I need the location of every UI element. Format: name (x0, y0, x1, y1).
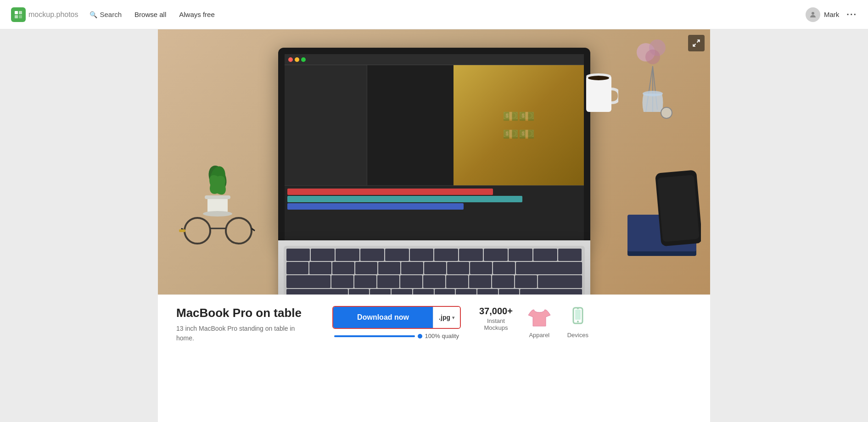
svg-point-4 (812, 12, 814, 15)
stat-devices[interactable]: Devices (566, 306, 590, 339)
scene-background: 💵💵💵💵 (158, 29, 710, 294)
key (309, 262, 331, 274)
screen-content: 💵💵💵💵 (285, 54, 584, 240)
key (332, 262, 354, 274)
svg-rect-40 (577, 308, 579, 309)
sidebar-right (710, 29, 868, 422)
download-now-button[interactable]: Download now (333, 307, 433, 328)
key (515, 275, 537, 288)
key-caps (286, 289, 348, 294)
key-tab (286, 275, 330, 288)
key (311, 249, 335, 261)
more-menu-button[interactable]: ··· (846, 9, 857, 20)
key (492, 275, 514, 288)
always-free-link[interactable]: Always free (174, 7, 220, 22)
chevron-down-icon: ▾ (452, 315, 454, 320)
phone-decoration (627, 164, 701, 267)
quality-dot (418, 334, 422, 339)
center-area: 💵💵💵💵 (158, 29, 710, 422)
navbar: mockup.photos 🔍 Search Browse all Always… (0, 0, 868, 29)
search-label: Search (100, 11, 122, 18)
stat-apparel[interactable]: Apparel (527, 306, 551, 339)
mockup-title: MacBook Pro on table (176, 306, 314, 320)
key (459, 249, 483, 261)
screen-timeline (285, 185, 584, 240)
key-row-1 (286, 249, 582, 261)
key (446, 275, 468, 288)
svg-point-20 (588, 76, 609, 80)
key (377, 275, 399, 288)
svg-point-39 (577, 321, 579, 322)
key (355, 262, 377, 274)
key (558, 249, 582, 261)
key (499, 289, 520, 294)
devices-label: Devices (566, 332, 590, 339)
screen-inner: 💵💵💵💵 (285, 54, 584, 240)
key-row-4 (286, 289, 582, 294)
avatar (806, 7, 820, 22)
user-menu[interactable]: Mark (806, 7, 839, 22)
logo-icon (11, 7, 26, 22)
plant-decoration (195, 160, 241, 221)
svg-rect-3 (19, 15, 22, 18)
quality-label: 100% quality (425, 333, 459, 339)
mockup-description: 13 inch MacBook Pro standing on table in… (176, 324, 314, 343)
apparel-icon (527, 306, 551, 330)
key (435, 289, 455, 294)
logo[interactable]: mockup.photos (11, 7, 78, 22)
quality-indicator: 100% quality (332, 333, 461, 339)
traffic-light-green (301, 57, 306, 62)
user-name: Mark (824, 11, 839, 18)
key (447, 262, 469, 274)
keys-area (284, 246, 585, 294)
key (400, 275, 422, 288)
browse-all-link[interactable]: Browse all (129, 7, 172, 22)
screen-toolbar (285, 54, 584, 65)
search-icon: 🔍 (90, 11, 97, 18)
screen-sidebar (285, 65, 367, 185)
key (424, 262, 446, 274)
svg-rect-10 (205, 195, 230, 199)
track-blue (287, 203, 464, 210)
key (349, 289, 370, 294)
key-row-3 (286, 275, 582, 288)
expand-button[interactable] (688, 35, 705, 51)
brand-name: mockup.photos (28, 11, 78, 19)
key (493, 262, 515, 274)
svg-point-28 (661, 107, 672, 118)
mockup-image-container: 💵💵💵💵 (158, 29, 710, 294)
money-preview: 💵💵💵💵 (454, 65, 583, 185)
svg-rect-38 (575, 310, 581, 320)
key (286, 249, 310, 261)
track-teal (287, 196, 522, 202)
key (509, 249, 532, 261)
svg-point-27 (643, 91, 663, 96)
svg-rect-0 (15, 11, 18, 14)
main-content: 💵💵💵💵 (0, 29, 868, 422)
download-button-group: Download now .jpg ▾ (332, 306, 461, 329)
mockup-label: InstantMockups (479, 317, 513, 331)
key (370, 289, 391, 294)
key-row-2 (286, 262, 582, 274)
search-button[interactable]: 🔍 Search (86, 9, 126, 20)
laptop-mockup: 💵💵💵💵 (278, 48, 590, 294)
quality-fill (334, 335, 415, 337)
info-title-section: MacBook Pro on table 13 inch MacBook Pro… (176, 306, 314, 343)
key (470, 262, 492, 274)
stats-section: 37,000+ InstantMockups Apparel (479, 306, 590, 339)
key (286, 262, 308, 274)
sidebar-left (0, 29, 158, 422)
track-red (287, 189, 493, 195)
mockup-count: 37,000+ (479, 306, 513, 316)
traffic-light-yellow (295, 57, 299, 62)
key (336, 249, 359, 261)
apparel-label: Apparel (527, 332, 551, 339)
format-selector-button[interactable]: .jpg ▾ (433, 307, 460, 328)
screen-main: 💵💵💵💵 (285, 65, 584, 185)
key (413, 289, 434, 294)
laptop-keyboard (278, 240, 590, 294)
key (360, 249, 384, 261)
format-label: .jpg (439, 314, 450, 321)
svg-rect-34 (657, 175, 700, 242)
key (423, 275, 445, 288)
